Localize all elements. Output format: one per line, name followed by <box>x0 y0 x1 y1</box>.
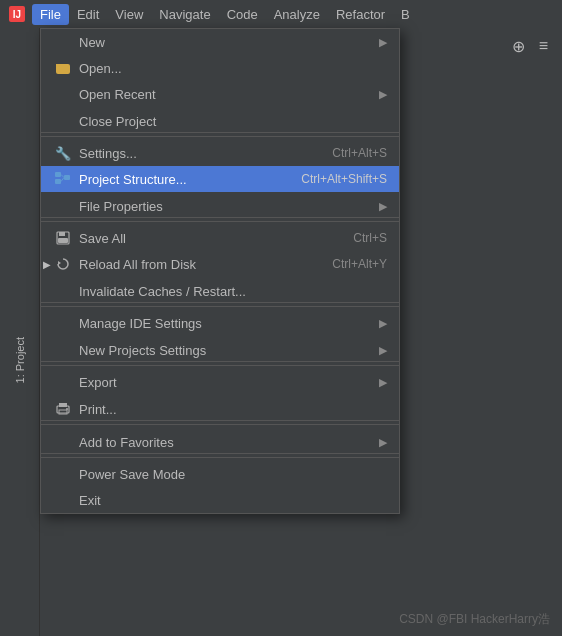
file-properties-arrow: ▶ <box>379 200 387 213</box>
divider-5 <box>41 424 399 425</box>
new-icon <box>53 34 73 50</box>
print-label: Print... <box>79 402 387 417</box>
menu-item-project-structure[interactable]: Project Structure... Ctrl+Alt+Shift+S <box>41 166 399 192</box>
menu-view[interactable]: View <box>107 4 151 25</box>
menu-item-power-save[interactable]: Power Save Mode <box>41 461 399 487</box>
menu-item-add-favorites[interactable]: Add to Favorites ▶ <box>41 428 399 454</box>
svg-marker-10 <box>58 261 61 265</box>
menu-item-close-project[interactable]: Close Project <box>41 107 399 133</box>
settings-menu-icon: 🔧 <box>53 145 73 161</box>
menu-refactor[interactable]: Refactor <box>328 4 393 25</box>
menu-item-exit[interactable]: Exit <box>41 487 399 513</box>
divider-6 <box>41 457 399 458</box>
menu-file[interactable]: File <box>32 4 69 25</box>
close-project-icon <box>53 113 73 129</box>
divider-3 <box>41 306 399 307</box>
menubar: IJ File Edit View Navigate Code Analyze … <box>0 0 562 28</box>
open-recent-icon <box>53 86 73 102</box>
sidebar-label: 1: Project <box>0 56 40 636</box>
settings-icon[interactable]: ≡ <box>535 35 552 57</box>
menu-item-manage-ide[interactable]: Manage IDE Settings ▶ <box>41 310 399 336</box>
divider-2 <box>41 221 399 222</box>
svg-text:IJ: IJ <box>13 9 21 20</box>
menu-item-save-all[interactable]: Save All Ctrl+S <box>41 225 399 251</box>
menu-item-open-recent[interactable]: Open Recent ▶ <box>41 81 399 107</box>
export-label: Export <box>79 375 371 390</box>
svg-rect-3 <box>55 179 61 184</box>
menu-item-settings[interactable]: 🔧 Settings... Ctrl+Alt+S <box>41 140 399 166</box>
reload-disk-icon <box>53 256 73 272</box>
invalidate-caches-label: Invalidate Caches / Restart... <box>79 284 387 299</box>
file-dropdown-menu: New ▶ Open... Open Recent ▶ Close Projec… <box>40 28 400 514</box>
manage-ide-label: Manage IDE Settings <box>79 316 371 331</box>
menu-item-export[interactable]: Export ▶ <box>41 369 399 395</box>
menu-item-new[interactable]: New ▶ <box>41 29 399 55</box>
svg-rect-12 <box>59 403 67 407</box>
svg-point-14 <box>66 408 68 410</box>
file-properties-label: File Properties <box>79 199 371 214</box>
svg-line-5 <box>61 175 64 178</box>
menu-b[interactable]: B <box>393 4 418 25</box>
plus-icon[interactable]: ⊕ <box>508 35 529 58</box>
svg-rect-9 <box>58 238 68 243</box>
project-structure-icon <box>53 171 73 187</box>
project-structure-label: Project Structure... <box>79 172 281 187</box>
invalidate-caches-icon <box>53 283 73 299</box>
menu-item-invalidate-caches[interactable]: Invalidate Caches / Restart... <box>41 277 399 303</box>
manage-ide-arrow: ▶ <box>379 317 387 330</box>
exit-label: Exit <box>79 493 387 508</box>
new-project-settings-icon <box>53 342 73 358</box>
new-arrow: ▶ <box>379 36 387 49</box>
add-favorites-icon <box>53 434 73 450</box>
power-save-label: Power Save Mode <box>79 467 387 482</box>
menu-analyze[interactable]: Analyze <box>266 4 328 25</box>
menu-item-print[interactable]: Print... <box>41 395 399 421</box>
svg-rect-2 <box>55 172 61 177</box>
export-arrow: ▶ <box>379 376 387 389</box>
svg-line-6 <box>61 178 64 182</box>
reload-disk-label: Reload All from Disk <box>79 257 312 272</box>
manage-ide-icon <box>53 315 73 331</box>
open-label: Open... <box>79 61 387 76</box>
add-favorites-label: Add to Favorites <box>79 435 371 450</box>
divider-1 <box>41 136 399 137</box>
exit-icon <box>53 492 73 508</box>
save-all-icon <box>53 230 73 246</box>
divider-4 <box>41 365 399 366</box>
new-label: New <box>79 35 371 50</box>
menu-item-file-properties[interactable]: File Properties ▶ <box>41 192 399 218</box>
menu-item-reload-disk[interactable]: ▶ Reload All from Disk Ctrl+Alt+Y <box>41 251 399 277</box>
menu-navigate[interactable]: Navigate <box>151 4 218 25</box>
open-recent-label: Open Recent <box>79 87 371 102</box>
settings-shortcut: Ctrl+Alt+S <box>332 146 387 160</box>
power-save-icon <box>53 466 73 482</box>
watermark: CSDN @FBI HackerHarry浩 <box>399 611 550 628</box>
menu-item-new-project-settings[interactable]: New Projects Settings ▶ <box>41 336 399 362</box>
open-icon <box>53 60 73 76</box>
reload-disk-shortcut: Ctrl+Alt+Y <box>332 257 387 271</box>
open-recent-arrow: ▶ <box>379 88 387 101</box>
close-project-label: Close Project <box>79 114 387 129</box>
add-favorites-arrow: ▶ <box>379 436 387 449</box>
project-structure-shortcut: Ctrl+Alt+Shift+S <box>301 172 387 186</box>
new-project-settings-label: New Projects Settings <box>79 343 371 358</box>
print-icon <box>53 401 73 417</box>
svg-rect-4 <box>64 175 70 180</box>
reload-bullet: ▶ <box>43 259 51 270</box>
menu-code[interactable]: Code <box>219 4 266 25</box>
svg-rect-8 <box>59 232 65 236</box>
export-icon <box>53 374 73 390</box>
save-all-label: Save All <box>79 231 333 246</box>
settings-label: Settings... <box>79 146 312 161</box>
app-logo: IJ <box>6 3 28 25</box>
file-properties-icon <box>53 198 73 214</box>
menu-item-open[interactable]: Open... <box>41 55 399 81</box>
menu-edit[interactable]: Edit <box>69 4 107 25</box>
new-project-settings-arrow: ▶ <box>379 344 387 357</box>
sidebar-strip: 1: Project <box>0 28 40 636</box>
save-all-shortcut: Ctrl+S <box>353 231 387 245</box>
